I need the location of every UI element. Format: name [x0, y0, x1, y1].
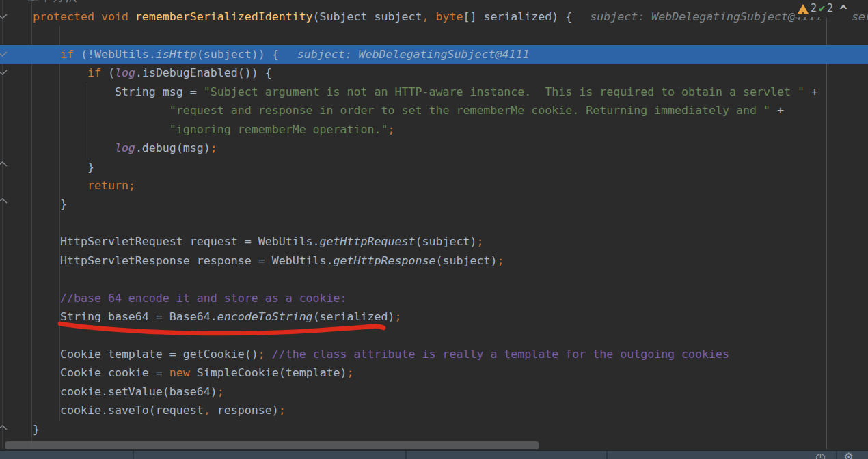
code-token: "request and response in order to set th… — [169, 104, 770, 117]
code-token: new — [169, 366, 190, 379]
warning-count[interactable]: 2 — [811, 0, 817, 18]
debugger-inline-hint: subject: WebDelegatingSubject@4111 — [297, 48, 530, 61]
code-line[interactable]: "request and response in order to set th… — [33, 101, 868, 120]
code-line[interactable]: cookie.setValue(base64); — [33, 382, 868, 401]
debugger-inline-hint: subject: WebDelegatingSubject@4111 — [590, 10, 822, 23]
horizontal-scrollbar-thumb[interactable] — [5, 441, 539, 449]
code-token: (serialized) — [313, 310, 395, 323]
code-token: if — [60, 48, 81, 61]
code-token: HttpServletRequest request = WebUtils. — [60, 235, 320, 248]
code-token: } — [60, 197, 67, 210]
code-token: rememberSerializedIdentity — [135, 10, 313, 23]
code-token: .debug(msg) — [135, 141, 211, 154]
code-token: ; — [476, 235, 483, 248]
code-line[interactable]: } — [33, 420, 868, 439]
code-token: ; — [347, 366, 354, 379]
code-line[interactable]: //base 64 encode it and store as a cooki… — [33, 289, 868, 307]
code-line[interactable] — [33, 270, 868, 288]
code-token: } — [87, 161, 94, 173]
code-token: log — [115, 66, 135, 79]
code-line[interactable]: "ignoring rememberMe operation."; — [33, 120, 868, 139]
code-token: cookie.setValue(base64) — [60, 385, 217, 398]
code-line[interactable]: } — [33, 158, 868, 176]
code-line[interactable] — [33, 214, 868, 232]
code-token: ; — [211, 141, 217, 154]
chevron-up-icon[interactable]: ^ — [839, 1, 847, 20]
code-line[interactable]: Cookie cookie = new SimpleCookie(templat… — [33, 363, 868, 382]
fold-end-icon[interactable] — [0, 197, 8, 204]
code-line[interactable]: HttpServletResponse response = WebUtils.… — [33, 251, 868, 270]
bottom-bar-divider — [606, 451, 608, 459]
code-token: SimpleCookie(template) — [190, 366, 347, 379]
checks-passed-icon[interactable]: ✔✔ — [819, 0, 825, 18]
code-token: response) — [211, 404, 279, 417]
code-token: ; — [395, 310, 402, 323]
code-line[interactable]: String msg = "Subject argument is not an… — [33, 83, 868, 101]
code-line[interactable] — [33, 326, 868, 344]
code-token: } — [33, 423, 40, 436]
code-token: ; — [497, 254, 504, 267]
gutter-separator-line — [31, 0, 32, 449]
fold-collapse-icon[interactable] — [0, 69, 8, 75]
code-token: + — [770, 104, 784, 117]
code-token: if — [87, 66, 108, 79]
code-line[interactable]: if (!WebUtils.isHttp(subject)) {subject:… — [0, 45, 868, 64]
code-token: .isDebugEnabled()) { — [135, 66, 272, 79]
code-line[interactable]: String base64 = Base64.encodeToString(se… — [33, 307, 868, 326]
code-line[interactable]: return; — [33, 176, 868, 195]
code-line[interactable]: } — [33, 195, 868, 213]
code-line[interactable]: log.debug(msg); — [33, 139, 868, 157]
code-token: isHttp — [156, 48, 197, 61]
gear-icon[interactable]: ⚙ — [843, 451, 854, 459]
code-token — [429, 10, 435, 23]
code-line[interactable]: HttpServletRequest request = WebUtils.ge… — [33, 232, 868, 251]
code-token: HttpServletResponse response = WebUtils. — [60, 254, 334, 267]
code-token: Cookie template = getCookie() — [60, 348, 258, 361]
code-token: getHttpRequest — [320, 235, 416, 248]
fold-collapse-icon[interactable] — [0, 13, 8, 19]
code-token: ; — [258, 348, 265, 361]
check-count[interactable]: 2 — [827, 0, 833, 18]
horizontal-scrollbar-track[interactable] — [0, 440, 868, 450]
code-token: ; — [217, 385, 224, 398]
code-token: cookie.saveTo(request — [60, 404, 204, 417]
fold-collapse-icon[interactable] — [0, 51, 8, 57]
code-token: protected void — [33, 10, 135, 23]
clock-icon[interactable]: ◷ — [815, 451, 826, 459]
bottom-bar-divider — [133, 451, 134, 459]
code-editor-area[interactable]: protected void rememberSerializedIdentit… — [33, 8, 868, 439]
code-token: getHttpResponse — [334, 254, 436, 267]
code-token: String msg = — [115, 85, 204, 98]
code-token: "Subject argument is not an HTTP-aware i… — [204, 85, 804, 98]
code-token: ( — [108, 66, 115, 79]
code-token — [265, 348, 272, 361]
code-line[interactable]: protected void rememberSerializedIdentit… — [33, 8, 868, 26]
code-token: [] serialized) { — [463, 10, 572, 23]
code-token: + — [804, 85, 818, 98]
fold-end-icon[interactable] — [0, 161, 8, 167]
code-line[interactable]: if (log.isDebugEnabled()) { — [33, 64, 868, 82]
code-token: String base64 = Base64. — [60, 310, 217, 323]
inspections-widget[interactable]: 2 ✔✔ 2 ^ — [795, 1, 850, 17]
code-line[interactable]: cookie.saveTo(request, response); — [33, 401, 868, 419]
code-token: , — [204, 404, 211, 417]
code-line[interactable] — [33, 26, 868, 44]
bottom-bar-divider — [405, 451, 407, 459]
gutter-rail-line — [2, 0, 3, 449]
bottom-toolwindow-strip[interactable]: ◷ ⚙ — [0, 450, 868, 459]
code-token: byte — [435, 10, 463, 23]
ide-editor-window: 上个方法 protected void rememberSerializedId… — [0, 0, 868, 459]
code-token: return — [87, 179, 128, 192]
code-token: encodeToString — [217, 310, 313, 323]
code-token: (subject) — [435, 254, 497, 267]
code-token: ; — [388, 123, 395, 136]
code-token: "ignoring rememberMe operation." — [169, 123, 388, 136]
warning-icon[interactable] — [798, 4, 809, 14]
code-token: log — [115, 141, 135, 154]
clipped-previous-line: 上个方法 — [27, 0, 78, 3]
code-line[interactable]: Cookie template = getCookie(); //the cla… — [33, 345, 868, 363]
fold-end-icon[interactable] — [0, 424, 8, 430]
code-token: (!WebUtils. — [81, 48, 156, 61]
code-token: ; — [279, 404, 286, 417]
code-token: (subject)) { — [197, 48, 279, 61]
